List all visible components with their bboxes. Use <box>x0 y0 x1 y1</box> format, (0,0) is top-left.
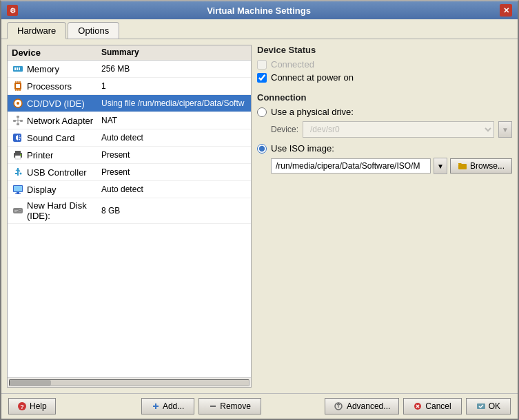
bottom-bar: ? Help Add... Remove Advanced... Cancel <box>1 393 518 419</box>
browse-label: Browse... <box>470 161 505 171</box>
device-status-title: Device Status <box>257 45 512 55</box>
device-row-processors[interactable]: Processors 1 <box>8 78 251 95</box>
svg-rect-29 <box>15 156 21 159</box>
physical-drive-row: Use a physical drive: <box>257 107 512 117</box>
device-row-usb[interactable]: USB Controller Present <box>8 164 251 181</box>
device-panel: Device Summary Memory 256 MB <box>7 45 252 388</box>
device-summary-display: Auto detect <box>101 185 247 194</box>
svg-point-42 <box>19 210 21 211</box>
svg-rect-5 <box>16 84 20 88</box>
physical-drive-radio[interactable] <box>257 107 267 117</box>
remove-label: Remove <box>220 401 251 411</box>
iso-path-input[interactable] <box>271 158 431 174</box>
connected-checkbox[interactable] <box>257 60 267 70</box>
ok-button[interactable]: OK <box>466 398 511 414</box>
sound-icon <box>12 132 24 144</box>
remove-button[interactable]: Remove <box>199 398 261 414</box>
add-label: Add... <box>163 401 184 411</box>
processors-icon <box>12 80 24 92</box>
device-name-network: Network Adapter <box>27 116 93 126</box>
svg-point-30 <box>20 154 21 156</box>
device-summary-hdd: 8 GB <box>101 206 247 216</box>
device-name-usb: USB Controller <box>27 167 87 178</box>
advanced-area <box>257 181 512 388</box>
device-name-sound: Sound Card <box>27 133 74 143</box>
device-row-hdd[interactable]: New Hard Disk (IDE): 8 GB <box>8 198 251 224</box>
display-icon <box>12 183 24 196</box>
advanced-icon <box>334 401 343 411</box>
device-summary-sound: Auto detect <box>101 133 247 143</box>
device-list-scrollbar[interactable] <box>8 377 251 387</box>
device-name-cddvd: CD/DVD (IDE) <box>27 98 85 109</box>
device-summary-processors: 1 <box>101 81 247 91</box>
iso-dropdown-btn[interactable]: ▼ <box>434 158 447 174</box>
help-button[interactable]: ? Help <box>8 398 56 414</box>
svg-rect-15 <box>17 123 19 125</box>
iso-image-row: Use ISO image: <box>257 143 512 154</box>
connect-power-row: Connect at power on <box>257 72 512 83</box>
svg-rect-44 <box>14 211 17 212</box>
device-select-row: Device: /dev/sr0 ▼ <box>271 121 512 138</box>
device-name-processors: Processors <box>27 81 72 92</box>
device-row-memory[interactable]: Memory 256 MB <box>8 61 251 78</box>
device-table-header: Device Summary <box>8 45 251 61</box>
col-summary-header: Summary <box>101 48 247 58</box>
device-row-sound[interactable]: Sound Card Auto detect <box>8 129 251 147</box>
hdd-icon <box>12 204 24 217</box>
device-row-display[interactable]: Display Auto detect <box>8 181 251 198</box>
advanced-label: Advanced... <box>347 401 390 411</box>
network-icon <box>12 114 24 127</box>
scrollbar-thumb[interactable] <box>10 380 51 386</box>
svg-rect-39 <box>15 193 21 194</box>
svg-rect-1 <box>14 67 16 70</box>
cancel-button[interactable]: Cancel <box>403 398 461 414</box>
usb-icon <box>12 166 24 178</box>
connected-label: Connected <box>271 59 314 70</box>
svg-rect-3 <box>19 67 20 70</box>
iso-image-label: Use ISO image: <box>271 143 334 154</box>
cancel-icon <box>414 402 422 410</box>
advanced-button[interactable]: Advanced... <box>325 398 399 414</box>
svg-text:?: ? <box>20 403 24 410</box>
device-summary-cddvd: Using file /run/media/cipera/Data/Softw <box>101 98 247 108</box>
device-dropdown-btn[interactable]: ▼ <box>498 121 512 138</box>
svg-point-35 <box>20 173 22 175</box>
iso-image-radio[interactable] <box>257 144 267 154</box>
svg-point-13 <box>17 102 19 105</box>
device-col-sound: Sound Card <box>12 132 101 144</box>
physical-drive-label: Use a physical drive: <box>271 107 354 117</box>
window-icon: ⚙ <box>7 5 18 16</box>
device-col-usb: USB Controller <box>12 166 101 178</box>
device-name-memory: Memory <box>27 64 59 74</box>
device-col-hdd: New Hard Disk (IDE): <box>12 200 101 221</box>
connect-power-label: Connect at power on <box>271 72 354 83</box>
svg-rect-28 <box>15 151 21 154</box>
main-window: ⚙ Virtual Machine Settings ✕ Hardware Op… <box>0 0 519 420</box>
connect-power-checkbox[interactable] <box>257 73 267 83</box>
browse-button[interactable]: Browse... <box>450 158 512 174</box>
cancel-label: Cancel <box>425 401 451 411</box>
device-status-section: Device Status Connected Connect at power… <box>257 45 512 85</box>
titlebar-left: ⚙ <box>7 5 18 16</box>
tab-hardware[interactable]: Hardware <box>7 22 66 39</box>
device-summary-usb: Present <box>101 167 247 177</box>
svg-rect-2 <box>17 67 18 70</box>
tabs-bar: Hardware Options <box>1 19 518 39</box>
memory-icon <box>12 63 24 75</box>
device-row-cddvd[interactable]: CD/DVD (IDE) Using file /run/media/ciper… <box>8 95 251 112</box>
connected-row: Connected <box>257 59 512 70</box>
device-col-printer: Printer <box>12 149 101 161</box>
device-select[interactable]: /dev/sr0 <box>303 121 494 138</box>
window-title: Virtual Machine Settings <box>18 6 500 16</box>
device-row-printer[interactable]: Printer Present <box>8 147 251 164</box>
device-label-text: Device: <box>271 125 298 134</box>
tab-options[interactable]: Options <box>68 22 119 39</box>
svg-rect-34 <box>15 173 17 174</box>
scrollbar-track[interactable] <box>9 379 250 386</box>
add-button[interactable]: Add... <box>141 398 194 414</box>
close-button[interactable]: ✕ <box>500 4 512 17</box>
add-icon <box>152 402 160 410</box>
col-device-header: Device <box>12 48 101 58</box>
device-row-network[interactable]: Network Adapter NAT <box>8 112 251 129</box>
main-content: Device Summary Memory 256 MB <box>1 39 518 393</box>
